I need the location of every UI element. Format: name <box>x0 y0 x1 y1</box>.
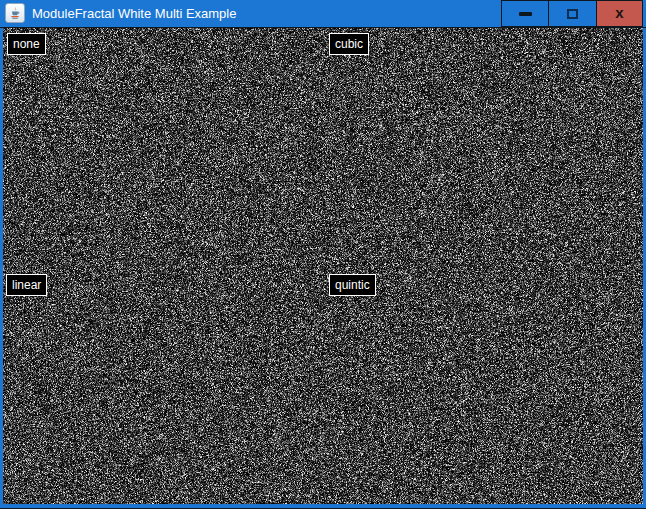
minimize-button[interactable] <box>501 0 549 27</box>
window-border-left <box>0 28 3 509</box>
minimize-icon <box>519 12 532 16</box>
titlebar[interactable]: ModuleFractal White Multi Example x <box>0 0 646 28</box>
java-coffee-cup-glyph <box>8 6 22 20</box>
label-linear: linear <box>6 274 47 296</box>
window-title: ModuleFractal White Multi Example <box>32 0 236 27</box>
maximize-button[interactable] <box>549 0 597 27</box>
noise-image <box>3 28 643 504</box>
window-controls: x <box>501 0 643 27</box>
maximize-icon <box>567 9 578 19</box>
label-none: none <box>7 33 46 55</box>
window-border-bottom[interactable] <box>0 504 646 509</box>
noise-viewport: none cubic linear quintic <box>3 28 643 504</box>
close-icon: x <box>615 5 623 20</box>
java-coffee-cup-icon[interactable] <box>5 3 25 23</box>
app-window: ModuleFractal White Multi Example x none… <box>0 0 646 509</box>
label-cubic: cubic <box>329 33 369 55</box>
label-quintic: quintic <box>329 274 376 296</box>
close-button[interactable]: x <box>597 0 643 27</box>
